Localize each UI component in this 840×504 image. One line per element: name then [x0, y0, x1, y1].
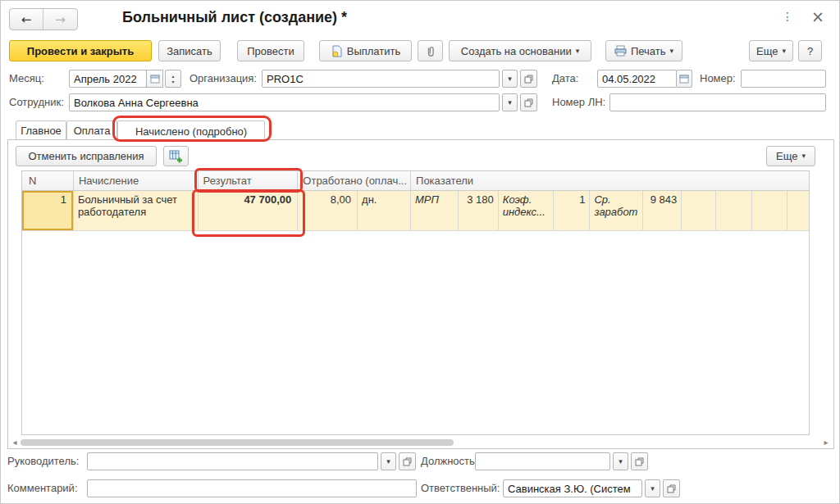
- cell-worked-unit[interactable]: дн.: [358, 191, 411, 230]
- cell-empty[interactable]: [682, 191, 716, 230]
- chevron-down-icon: ▾: [508, 99, 512, 107]
- print-button[interactable]: Печать ▾: [605, 40, 682, 61]
- write-button[interactable]: Записать: [158, 40, 221, 61]
- cell-worked-value[interactable]: 8,00: [298, 191, 358, 230]
- position-dropdown-button[interactable]: ▾: [613, 452, 628, 470]
- col-header-worked[interactable]: Отработано (оплач...: [298, 171, 411, 190]
- open-link-icon: [524, 75, 533, 84]
- chevron-down-icon: ▾: [386, 458, 390, 465]
- table-header-row: N Начисление Результат Отработано (оплач…: [22, 171, 809, 191]
- date-label: Дата:: [552, 70, 578, 88]
- ln-number-input[interactable]: [609, 93, 826, 111]
- cell-accrual[interactable]: Больничный за счет работодателя: [74, 191, 199, 230]
- cell-indicator-value[interactable]: 3 180: [459, 191, 499, 230]
- print-icon: [614, 45, 627, 57]
- organization-dropdown-button[interactable]: ▾: [502, 70, 518, 88]
- employee-dropdown-button[interactable]: ▾: [502, 93, 518, 111]
- create-based-on-label: Создать на основании: [461, 45, 572, 57]
- attachments-button[interactable]: [418, 40, 443, 61]
- col-header-result[interactable]: Результат: [199, 171, 299, 190]
- tab-payment[interactable]: Оплата: [66, 120, 117, 140]
- month-input[interactable]: [69, 70, 147, 88]
- scroll-left-icon[interactable]: ◂: [9, 437, 21, 447]
- tab-accrued-detail-label: Начислено (подробно): [135, 125, 247, 138]
- number-input[interactable]: [741, 70, 826, 88]
- cancel-fixes-label: Отменить исправления: [28, 150, 144, 162]
- tab-accrued-detail[interactable]: Начислено (подробно): [117, 120, 265, 141]
- forward-icon[interactable]: →: [43, 9, 77, 30]
- spinner-down-icon: ▾: [171, 79, 174, 84]
- organization-input[interactable]: [262, 70, 500, 88]
- responsible-label: Ответственный:: [421, 479, 500, 497]
- cell-n-selected[interactable]: 1: [22, 191, 74, 230]
- history-nav-group: ← →: [9, 8, 78, 30]
- month-calendar-button[interactable]: [146, 70, 163, 88]
- horizontal-scrollbar[interactable]: ◂ ▸: [8, 437, 833, 448]
- employee-label: Сотрудник:: [9, 93, 64, 111]
- scrollbar-thumb[interactable]: [21, 439, 454, 446]
- add-indicator-button[interactable]: [163, 146, 189, 166]
- position-label: Должность:: [421, 452, 477, 470]
- help-button[interactable]: ?: [798, 40, 822, 61]
- cell-result[interactable]: 47 700,00: [199, 191, 299, 230]
- col-header-indicators[interactable]: Показатели: [411, 171, 809, 190]
- page-title: Больничный лист (создание) *: [122, 9, 347, 26]
- sick-leave-document-window: ← → Больничный лист (создание) * ⋮ × Про…: [0, 0, 840, 504]
- position-open-button[interactable]: [631, 452, 648, 470]
- tab-payment-label: Оплата: [74, 125, 111, 137]
- table-row[interactable]: 1 Больничный за счет работодателя 47 700…: [22, 191, 809, 231]
- responsible-open-button[interactable]: [663, 479, 680, 497]
- create-based-on-button[interactable]: Создать на основании ▾: [449, 40, 591, 61]
- chevron-down-icon: ▾: [801, 152, 806, 160]
- date-calendar-button[interactable]: [676, 70, 692, 88]
- cell-empty[interactable]: [788, 191, 809, 230]
- post-button[interactable]: Провести: [237, 40, 304, 61]
- responsible-input[interactable]: [503, 479, 642, 497]
- cell-indicator-value[interactable]: 1: [554, 191, 591, 230]
- cell-indicator-name[interactable]: МРП: [411, 191, 459, 230]
- calendar-icon: [150, 74, 160, 84]
- kebab-menu-icon[interactable]: ⋮: [782, 10, 793, 23]
- pay-icon: [331, 45, 343, 57]
- manager-input[interactable]: [87, 452, 378, 470]
- organization-open-button[interactable]: [520, 70, 537, 88]
- organization-label: Организация:: [189, 70, 257, 88]
- month-label: Месяц:: [9, 70, 44, 88]
- cell-indicator-value[interactable]: 9 843: [643, 191, 682, 230]
- pay-label: Выплатить: [347, 45, 401, 57]
- employee-input[interactable]: [69, 93, 500, 111]
- tab-main-label: Главное: [21, 125, 62, 137]
- date-input[interactable]: [597, 70, 677, 88]
- open-link-icon: [524, 98, 533, 107]
- post-label: Провести: [247, 45, 294, 57]
- cell-indicator-name[interactable]: Ср. заработ: [590, 191, 643, 230]
- cell-empty[interactable]: [752, 191, 788, 230]
- panel-more-button[interactable]: Еще ▾: [766, 146, 815, 166]
- scroll-right-icon[interactable]: ▸: [820, 437, 832, 447]
- col-header-n[interactable]: N: [22, 171, 74, 190]
- manager-open-button[interactable]: [399, 452, 416, 470]
- open-link-icon: [403, 457, 412, 466]
- chevron-down-icon: ▾: [651, 485, 655, 493]
- post-and-close-button[interactable]: Провести и закрыть: [9, 40, 152, 61]
- post-and-close-label: Провести и закрыть: [27, 45, 134, 57]
- col-header-accrual[interactable]: Начисление: [74, 171, 199, 190]
- comment-input[interactable]: [87, 479, 417, 497]
- cell-empty[interactable]: [716, 191, 752, 230]
- month-spinner[interactable]: ▴ ▾: [165, 70, 181, 88]
- position-input[interactable]: [475, 452, 610, 470]
- number-label: Номер:: [700, 70, 736, 88]
- responsible-dropdown-button[interactable]: ▾: [645, 479, 660, 497]
- back-icon[interactable]: ←: [10, 9, 43, 30]
- pay-button[interactable]: Выплатить: [319, 40, 412, 61]
- cell-indicator-name[interactable]: Коэф. индекс...: [499, 191, 554, 230]
- close-icon[interactable]: ×: [811, 7, 824, 25]
- more-button[interactable]: Еще ▾: [749, 40, 793, 61]
- open-link-icon: [667, 484, 676, 493]
- cancel-fixes-button[interactable]: Отменить исправления: [16, 146, 157, 166]
- tab-main[interactable]: Главное: [16, 120, 66, 140]
- employee-open-button[interactable]: [520, 93, 537, 111]
- help-label: ?: [807, 45, 813, 57]
- open-link-icon: [635, 457, 644, 466]
- manager-dropdown-button[interactable]: ▾: [381, 452, 396, 470]
